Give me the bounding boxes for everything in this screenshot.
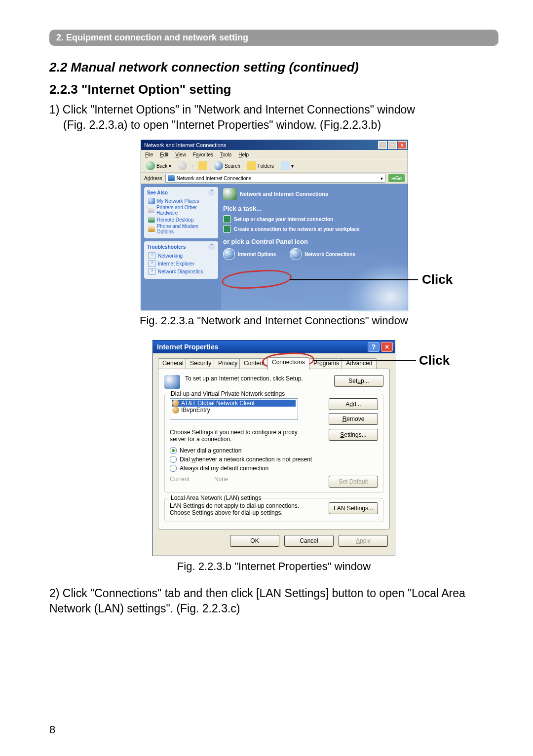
list-item-label: AT&T Global Network Client <box>181 400 255 407</box>
setup-button[interactable]: Setup... <box>334 375 383 387</box>
arrow-icon <box>223 225 231 233</box>
up-button[interactable] <box>196 161 209 171</box>
settings-button[interactable]: Settings... <box>329 429 378 441</box>
chevron-up-icon[interactable]: ⌃ <box>208 243 215 250</box>
remove-button[interactable]: Remove <box>329 413 378 425</box>
radio-dial-whenever[interactable]: Dial whenever a network connection is no… <box>170 456 378 463</box>
tab-connections[interactable]: Connections <box>267 357 309 370</box>
page-number: 8 <box>49 723 55 736</box>
forward-button[interactable] <box>176 161 189 171</box>
minimize-button[interactable]: _ <box>378 141 387 149</box>
decorative-globe-art <box>345 263 410 312</box>
tab-general[interactable]: General <box>158 358 188 370</box>
menu-tools[interactable]: Tools <box>220 152 231 157</box>
section-2-2-title: 2.2 Manual network connection setting (c… <box>49 60 498 75</box>
search-button[interactable]: Search <box>212 161 242 171</box>
help-icon: ? <box>148 252 156 259</box>
menu-help[interactable]: Help <box>238 152 249 157</box>
radio-never-dial[interactable]: Never dial a connection <box>170 447 378 454</box>
window-title: Internet Properties <box>157 343 218 351</box>
cp-label: Network Connections <box>305 252 355 257</box>
category-title: Network and Internet Connections <box>240 191 328 197</box>
list-item-label: IBvpnEntry <box>181 407 210 414</box>
maximize-button[interactable]: □ <box>388 141 397 149</box>
sidebar-item-remote-desktop[interactable]: Remote Desktop <box>148 217 215 223</box>
sidebar-item-phone-modem[interactable]: Phone and Modem Options <box>148 224 215 234</box>
back-drop-icon: ▾ <box>169 163 171 169</box>
item-label: Remote Desktop <box>157 217 193 223</box>
figure-a-caption: Fig. 2.2.3.a "Network and Internet Conne… <box>49 314 498 327</box>
menu-file[interactable]: File <box>145 152 153 157</box>
tab-security[interactable]: Security <box>186 358 216 370</box>
current-label: Current <box>170 476 209 483</box>
chevron-up-icon[interactable]: ⌃ <box>208 189 215 196</box>
address-value: Network and Internet Connections <box>177 176 251 181</box>
connections-listbox[interactable]: AT&T Global Network Client IBvpnEntry <box>170 398 298 420</box>
folders-button[interactable]: Folders <box>245 161 276 171</box>
dialup-legend: Dial-up and Virtual Private Network sett… <box>169 390 287 397</box>
go-label: Go <box>395 176 402 181</box>
tab-content[interactable]: Content <box>239 358 269 370</box>
close-button[interactable]: × <box>398 141 407 149</box>
help-button[interactable]: ? <box>368 342 380 352</box>
lan-settings-button[interactable]: LAN Settings... <box>329 502 378 514</box>
list-item[interactable]: IBvpnEntry <box>172 407 296 414</box>
item-label: Phone and Modem Options <box>157 224 215 234</box>
close-button[interactable]: × <box>381 342 393 352</box>
cp-network-connections[interactable]: Network Connections <box>290 248 355 260</box>
subsection-2-2-3-title: 2.2.3 "Internet Option" setting <box>49 82 498 97</box>
sidebar-item-my-network-places[interactable]: My Network Places <box>148 198 215 204</box>
troubleshooters-heading: Troubleshooters <box>147 244 186 250</box>
callout-line <box>313 360 416 361</box>
window-titlebar: Internet Properties ? × <box>153 340 395 353</box>
menu-edit[interactable]: Edit <box>160 152 168 157</box>
connection-icon <box>172 400 179 407</box>
list-item[interactable]: AT&T Global Network Client <box>172 400 296 407</box>
radio-always-dial[interactable]: Always dial my default connection <box>170 465 378 472</box>
views-button[interactable]: ▾ <box>279 161 296 171</box>
address-drop-icon[interactable]: ▾ <box>381 176 383 181</box>
tab-strip: General Security Privacy Content Connect… <box>158 357 390 369</box>
network-connections-window: Network and Internet Connections _ □ × F… <box>141 140 408 310</box>
figure-a-container: Network and Internet Connections _ □ × F… <box>141 140 407 310</box>
sidebar-item-tshoot-networking[interactable]: ? Networking <box>148 252 215 259</box>
sidebar-item-printers[interactable]: Printers and Other Hardware <box>148 205 215 216</box>
menu-favorites[interactable]: Favorites <box>193 152 213 157</box>
forward-icon <box>178 161 187 170</box>
menu-view[interactable]: View <box>175 152 186 157</box>
callout-line <box>290 279 418 280</box>
tab-privacy[interactable]: Privacy <box>214 358 242 370</box>
add-button[interactable]: Add... <box>329 398 378 410</box>
sidebar-item-tshoot-diag[interactable]: ? Network Diagnostics <box>148 268 215 275</box>
step-1-line-b: (Fig. 2.2.3.a) to open "Internet Propert… <box>49 118 381 131</box>
click-label-a: Click <box>422 272 453 287</box>
section-banner: 2. Equipment connection and network sett… <box>49 30 498 46</box>
task-setup-internet[interactable]: Set up or change your Internet connectio… <box>223 215 404 223</box>
connection-icon <box>172 407 179 414</box>
apply-button: Apply <box>339 535 388 547</box>
ok-button[interactable]: OK <box>230 535 279 547</box>
category-globe-icon <box>223 188 237 200</box>
task-create-connection[interactable]: Create a connection to the network at yo… <box>223 225 404 233</box>
window-title: Network and Internet Connections <box>144 142 226 148</box>
go-arrow-icon: ➔ <box>391 176 395 181</box>
cancel-button[interactable]: Cancel <box>284 535 334 547</box>
back-button[interactable]: Back ▾ <box>144 161 173 171</box>
cp-internet-options[interactable]: Internet Options <box>223 248 276 260</box>
phone-icon <box>148 226 155 232</box>
window-titlebar: Network and Internet Connections _ □ × <box>141 140 408 150</box>
troubleshooters-panel: Troubleshooters ⌃ ? Networking ? Interne… <box>144 241 218 279</box>
sidebar-item-tshoot-ie[interactable]: ? Internet Explorer <box>148 260 215 267</box>
item-label: My Network Places <box>157 198 199 204</box>
content-pane: Network and Internet Connections Pick a … <box>221 184 408 310</box>
menu-bar: File Edit View Favorites Tools Help <box>141 150 408 159</box>
address-label: Address <box>144 176 162 181</box>
go-button[interactable]: ➔ Go <box>388 174 405 182</box>
see-also-heading: See Also <box>147 190 168 195</box>
address-input[interactable]: Network and Internet Connections ▾ <box>165 174 385 183</box>
cp-label: Internet Options <box>238 252 276 257</box>
radio-label: Never dial a connection <box>180 447 241 454</box>
item-label: Network Diagnostics <box>158 269 203 274</box>
printer-icon <box>148 207 154 213</box>
setup-help-text: To set up an Internet connection, click … <box>185 375 318 382</box>
